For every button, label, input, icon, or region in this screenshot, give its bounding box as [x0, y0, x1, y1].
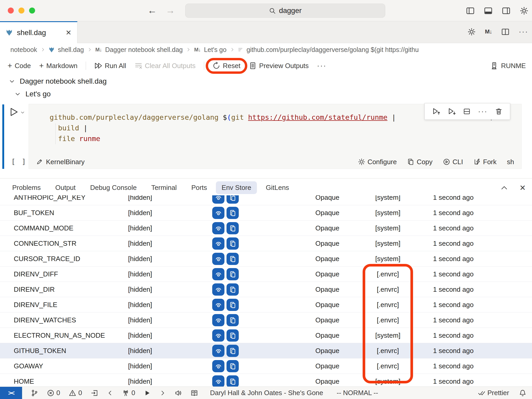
kernel-selector[interactable]: KernelBinary — [46, 158, 85, 166]
panel-tab-terminal[interactable]: Terminal — [151, 181, 177, 194]
reveal-secret-button[interactable] — [212, 237, 224, 250]
reset-button[interactable]: Reset — [212, 62, 241, 70]
reveal-secret-button[interactable] — [212, 375, 224, 388]
notebook-settings-gear-icon[interactable] — [468, 28, 476, 36]
reveal-secret-button[interactable] — [212, 329, 224, 342]
broadcast-item[interactable]: 0 — [122, 389, 135, 397]
runme-button[interactable]: RUNME — [490, 62, 526, 70]
formatter-item[interactable]: Prettier — [478, 389, 509, 397]
toolbar-more-actions-icon[interactable]: ··· — [317, 62, 327, 70]
breadcrumb-cell[interactable]: github.com/purpleclay/daggerverse/golang… — [247, 46, 419, 54]
focus-terminal-item[interactable] — [91, 389, 98, 397]
reveal-secret-button[interactable] — [212, 360, 224, 372]
env-table-row[interactable]: DIRENV_DIR [hidden] Opaque [.envrc] 1 se… — [0, 282, 532, 297]
env-table-row[interactable]: ANTHROPIC_API_KEY [hidden] Opaque [syste… — [0, 195, 532, 205]
play-item[interactable] — [144, 390, 151, 396]
copy-secret-button[interactable] — [227, 253, 239, 265]
copy-secret-button[interactable] — [227, 299, 239, 311]
editor-more-actions-icon[interactable]: ··· — [519, 28, 528, 36]
fork-button[interactable]: Fork — [474, 158, 497, 166]
minimize-window-button[interactable] — [18, 8, 24, 14]
toggle-sidebar-right-icon[interactable] — [502, 6, 510, 15]
chevron-down-icon[interactable] — [9, 78, 15, 84]
copy-secret-button[interactable] — [227, 222, 239, 234]
reveal-secret-button[interactable] — [212, 222, 224, 234]
split-editor-icon[interactable] — [501, 28, 509, 36]
reveal-secret-button[interactable] — [212, 299, 224, 311]
panel-tab-env-store[interactable]: Env Store — [216, 181, 257, 194]
toggle-panel-icon[interactable] — [484, 6, 493, 15]
reveal-secret-button[interactable] — [212, 195, 224, 204]
maximize-panel-chevron-icon[interactable] — [500, 184, 508, 192]
remote-indicator[interactable]: >< — [0, 387, 22, 399]
tab-shell-dag[interactable]: shell.dag ✕ — [0, 21, 77, 43]
copy-secret-button[interactable] — [227, 375, 239, 388]
copy-secret-button[interactable] — [227, 268, 239, 280]
env-table-row[interactable]: BUF_TOKEN [hidden] Opaque [system] 1 sec… — [0, 205, 532, 221]
cli-button[interactable]: CLI — [443, 158, 463, 166]
now-playing-label[interactable]: Daryl Hall & John Oates - She's Gone — [210, 389, 323, 397]
breadcrumb-notebook[interactable]: notebook — [10, 46, 37, 54]
navigate-back-item[interactable] — [107, 390, 113, 396]
cell-more-actions-icon[interactable]: ··· — [478, 107, 488, 116]
env-table-row[interactable]: DIRENV_FILE [hidden] Opaque [.envrc] 1 s… — [0, 297, 532, 312]
copy-secret-button[interactable] — [227, 314, 239, 326]
env-table-row[interactable]: DIRENV_WATCHES [hidden] Opaque [.envrc] … — [0, 312, 532, 328]
reveal-secret-button[interactable] — [212, 314, 224, 326]
forward-icon[interactable]: → — [166, 5, 175, 16]
execute-cell-and-below-icon[interactable] — [448, 107, 456, 116]
copy-secret-button[interactable] — [227, 207, 239, 219]
cell-editor[interactable]: github.com/purpleclay/daggerverse/golang… — [29, 104, 522, 169]
preview-outputs-button[interactable]: Preview Outputs — [249, 62, 309, 70]
toggle-sidebar-left-icon[interactable] — [466, 6, 475, 15]
problems-warnings-item[interactable]: 0 — [69, 389, 82, 397]
panel-tab-debug-console[interactable]: Debug Console — [90, 181, 137, 194]
copy-cell-button[interactable]: Copy — [407, 158, 433, 166]
env-table-row[interactable]: COMMAND_MODE [hidden] Opaque [system] 1 … — [0, 221, 532, 236]
reveal-secret-button[interactable] — [212, 253, 224, 265]
add-code-cell-button[interactable]: + Code — [8, 61, 31, 70]
breadcrumb-section[interactable]: Let's go — [204, 46, 227, 54]
maximize-window-button[interactable] — [29, 8, 35, 14]
env-table-row[interactable]: DIRENV_DIFF [hidden] Opaque [.envrc] 1 s… — [0, 267, 532, 282]
delete-cell-icon[interactable] — [495, 108, 503, 115]
env-table-row[interactable]: CURSOR_TRACE_ID [hidden] Opaque [system]… — [0, 251, 532, 267]
panel-tab-gitlens[interactable]: GitLens — [266, 181, 289, 194]
source-control-graph-item[interactable] — [31, 389, 38, 397]
copy-secret-button[interactable] — [227, 329, 239, 342]
panel-tab-ports[interactable]: Ports — [191, 181, 207, 194]
reveal-secret-button[interactable] — [212, 345, 224, 357]
configure-button[interactable]: Configure — [358, 158, 397, 166]
problems-errors-item[interactable]: 0 — [47, 389, 60, 397]
reveal-secret-button[interactable] — [212, 283, 224, 296]
close-panel-icon[interactable]: ✕ — [520, 183, 526, 192]
cell-language-label[interactable]: sh — [507, 158, 514, 166]
breadcrumb-notebook-title[interactable]: Dagger notebook shell.dag — [105, 46, 183, 54]
run-cell-icon[interactable] — [9, 107, 18, 117]
markdown-preview-icon[interactable]: M↓ — [485, 28, 492, 35]
command-center-search[interactable]: dagger — [185, 4, 385, 18]
run-options-chevron-icon[interactable] — [20, 110, 25, 115]
execute-above-cells-icon[interactable] — [432, 107, 440, 116]
chevron-down-icon[interactable] — [15, 91, 21, 97]
reading-mode-item[interactable] — [191, 389, 198, 397]
env-table-row[interactable]: GITHUB_TOKEN [hidden] Opaque [.envrc] 1 … — [0, 343, 532, 358]
copy-secret-button[interactable] — [227, 345, 239, 357]
clear-all-outputs-button[interactable]: Clear All Outputs — [135, 62, 196, 70]
reveal-secret-button[interactable] — [212, 268, 224, 280]
panel-tab-problems[interactable]: Problems — [12, 181, 41, 194]
panel-tab-output[interactable]: Output — [55, 181, 76, 194]
settings-gear-icon[interactable] — [520, 6, 528, 15]
breadcrumb-file[interactable]: shell.dag — [58, 46, 84, 54]
copy-secret-button[interactable] — [227, 283, 239, 296]
back-icon[interactable]: ← — [148, 5, 157, 16]
env-table-row[interactable]: GOAWAY [hidden] Opaque [.envrc] 1 second… — [0, 358, 532, 374]
env-table-row[interactable]: ELECTRON_RUN_AS_NODE [hidden] Opaque [sy… — [0, 328, 532, 343]
reveal-secret-button[interactable] — [212, 207, 224, 219]
run-all-button[interactable]: Run All — [94, 62, 126, 70]
copy-secret-button[interactable] — [227, 360, 239, 372]
audio-item[interactable] — [175, 389, 182, 397]
env-table-row[interactable]: CONNECTION_STR [hidden] Opaque [system] … — [0, 236, 532, 251]
tab-close-icon[interactable]: ✕ — [65, 29, 71, 37]
env-table-row[interactable]: HOME [hidden] Opaque [system] 1 second a… — [0, 374, 532, 388]
